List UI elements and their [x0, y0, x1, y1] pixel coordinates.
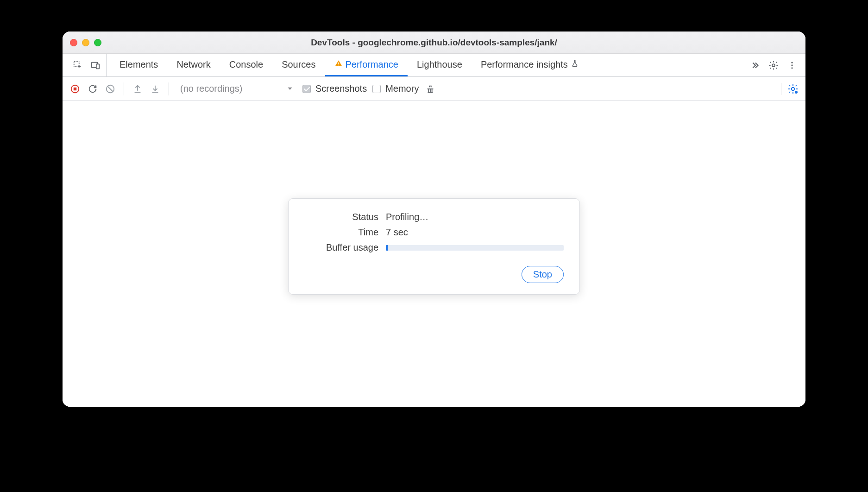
tab-console[interactable]: Console [220, 54, 272, 76]
dialog-footer: Stop [304, 266, 564, 283]
inspect-element-icon[interactable] [72, 59, 84, 71]
tab-label: Performance insights [481, 59, 568, 70]
memory-checkbox[interactable]: Memory [372, 83, 419, 94]
tab-performance[interactable]: Performance [325, 54, 408, 76]
screenshots-checkbox[interactable]: Screenshots [302, 83, 367, 94]
warning-icon [334, 59, 343, 70]
settings-gear-icon[interactable] [767, 59, 780, 71]
capture-settings-gear-icon[interactable] [787, 83, 799, 95]
download-profile-button[interactable] [149, 83, 161, 95]
svg-rect-2 [96, 64, 99, 69]
tab-label: Elements [120, 59, 158, 70]
recordings-placeholder: (no recordings) [180, 83, 243, 94]
tab-elements[interactable]: Elements [110, 54, 167, 76]
tab-label: Performance [346, 59, 399, 70]
status-value: Profiling… [386, 212, 564, 222]
tab-performance-insights[interactable]: Performance insights [472, 54, 588, 76]
stop-button[interactable]: Stop [522, 266, 564, 283]
tab-label: Lighthouse [417, 59, 462, 70]
kebab-menu-icon[interactable] [786, 59, 798, 71]
checkbox-label-text: Memory [385, 83, 419, 94]
tabs: Elements Network Console Sources Perform… [110, 54, 588, 76]
garbage-collect-button[interactable] [424, 83, 436, 95]
tabbar-right-tools [749, 54, 801, 76]
device-toolbar-icon[interactable] [89, 59, 101, 71]
upload-profile-button[interactable] [132, 83, 144, 95]
divider [124, 82, 124, 95]
svg-rect-10 [74, 87, 76, 90]
more-tabs-icon[interactable] [749, 59, 761, 71]
performance-toolbar: (no recordings) Screenshots Memory [63, 77, 805, 101]
record-stop-button[interactable] [69, 83, 81, 95]
dialog-grid: Status Profiling… Time 7 sec Buffer usag… [304, 212, 564, 253]
svg-point-5 [772, 64, 775, 67]
svg-point-6 [791, 62, 793, 63]
buffer-progress [386, 245, 564, 251]
chevron-down-icon [287, 83, 293, 94]
tab-label: Sources [282, 59, 315, 70]
performance-content: Status Profiling… Time 7 sec Buffer usag… [63, 101, 805, 407]
profiling-dialog: Status Profiling… Time 7 sec Buffer usag… [288, 198, 580, 295]
close-window-button[interactable] [70, 39, 77, 46]
svg-point-7 [791, 64, 793, 66]
svg-rect-3 [338, 62, 339, 64]
devtools-tabbar: Elements Network Console Sources Perform… [63, 54, 805, 77]
flask-icon [571, 59, 579, 70]
tab-lighthouse[interactable]: Lighthouse [408, 54, 472, 76]
recordings-select[interactable]: (no recordings) [176, 83, 297, 94]
tab-label: Console [229, 59, 263, 70]
svg-point-13 [795, 91, 798, 94]
tab-sources[interactable]: Sources [272, 54, 325, 76]
divider [169, 82, 169, 95]
window-title: DevTools - googlechrome.github.io/devtoo… [311, 38, 557, 48]
clear-button[interactable] [104, 83, 116, 95]
svg-rect-4 [338, 64, 339, 65]
tabbar-left-tools [67, 54, 107, 76]
checkbox-icon [302, 85, 311, 93]
reload-record-button[interactable] [87, 83, 99, 95]
traffic-lights [70, 39, 101, 46]
svg-point-12 [792, 87, 794, 90]
checkbox-label-text: Screenshots [315, 83, 367, 94]
tab-network[interactable]: Network [167, 54, 220, 76]
checkbox-icon [372, 85, 381, 93]
buffer-progress-fill [386, 245, 388, 251]
minimize-window-button[interactable] [82, 39, 89, 46]
status-label: Status [304, 212, 378, 222]
time-value: 7 sec [386, 227, 564, 238]
buffer-label: Buffer usage [304, 242, 378, 253]
svg-point-8 [791, 67, 793, 69]
tab-label: Network [176, 59, 210, 70]
titlebar: DevTools - googlechrome.github.io/devtoo… [63, 32, 805, 54]
devtools-window: DevTools - googlechrome.github.io/devtoo… [63, 32, 805, 407]
toolbar-right [781, 83, 799, 95]
zoom-window-button[interactable] [94, 39, 101, 46]
time-label: Time [304, 227, 378, 238]
